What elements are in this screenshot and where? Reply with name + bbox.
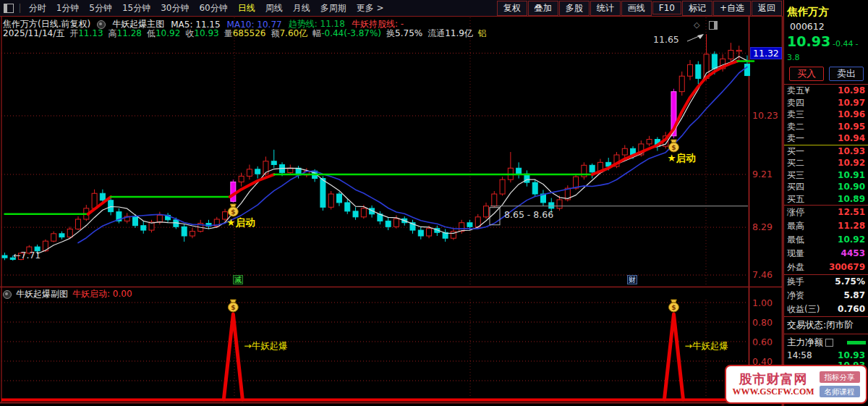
action-button-6[interactable]: 标记 [682, 1, 712, 16]
share-reduction-marker[interactable]: 减 [233, 275, 243, 284]
price-axis-label: 11.32 [750, 47, 782, 59]
split-view-icon[interactable] [709, 21, 718, 30]
buy-button[interactable]: 买入 [789, 67, 824, 81]
sell-button[interactable]: 卖出 [829, 67, 864, 81]
toolbar-separator: │ [17, 4, 22, 13]
period-tab-bar: 分时1分钟5分钟15分钟30分钟60分钟日线周线月线多周期更多 > [24, 2, 389, 14]
action-button-3[interactable]: 统计 [590, 1, 621, 16]
top-toolbar: │ 分时1分钟5分钟15分钟30分钟60分钟日线周线月线多周期更多 > 复权叠加… [0, 0, 783, 17]
last-price: 10.93 [787, 33, 830, 49]
flow-bar [847, 341, 866, 344]
svg-text:$: $ [231, 208, 235, 216]
stock-code: 000612 [790, 21, 825, 32]
stat-row: 外盘300679 [784, 261, 868, 274]
stats-section-2: 换手5.75%净资5.87收益(三)0.760 [784, 274, 868, 316]
main-net-flow-row[interactable]: 主力净额 [784, 334, 868, 350]
explosion-signal-label-2: →牛妖起爆 [684, 340, 728, 352]
period-tab-10[interactable]: 更多 > [352, 2, 389, 14]
quote-panel: 焦作万方000612 10.93-0.44-3.8 买入 卖出 卖五¥10.98… [783, 0, 868, 406]
stat-row: 换手5.75% [784, 275, 868, 289]
high-price-annotation: 11.65 [653, 34, 679, 45]
bid-level-row[interactable]: 买四10.90 [784, 181, 868, 193]
action-button-4[interactable]: 画线 [621, 1, 652, 16]
bid-level-row[interactable]: 买五10.89 [784, 193, 868, 206]
ohlc-info-line: 2025/11/14/五 开11.13 高11.28 低10.92 收10.93… [3, 28, 487, 40]
indicator-axis-label: 1.00 [752, 297, 773, 308]
stats-section-1: 涨停12.51最高11.28最低10.92现量4453外盘300679 [784, 205, 868, 274]
ask-level-row[interactable]: 卖五¥10.98 [784, 85, 868, 97]
period-tab-8[interactable]: 月线 [288, 2, 315, 14]
order-buttons: 买入 卖出 [784, 64, 868, 84]
stock-name-row: 焦作万方000612 [784, 0, 868, 33]
indicator-axis-label: 0.60 [752, 337, 773, 347]
period-tab-9[interactable]: 多周期 [315, 2, 352, 14]
bid-level-row[interactable]: 买三10.91 [784, 169, 868, 182]
financial-report-marker[interactable]: 财 [627, 275, 637, 284]
tick-row: 14:5810.93 [784, 350, 868, 360]
sub-chart-header: 牛妖起爆副图 牛妖启动: 0.00 [3, 288, 132, 300]
sub-chart-title: 牛妖起爆副图 [16, 288, 68, 300]
svg-text:$: $ [231, 304, 235, 311]
collapse-icon[interactable] [3, 290, 12, 299]
action-button-0[interactable]: 复权 [497, 1, 527, 16]
launch-signal-label-2: ★启动 [667, 152, 695, 165]
ask-level-row[interactable]: 卖一10.94 [784, 132, 868, 145]
price-axis-label: 9.21 [752, 169, 773, 179]
period-tab-6[interactable]: 日线 [233, 2, 260, 14]
watermark-badge-2: 名师课程 [820, 386, 860, 397]
date-value: 2025/11/14/五 [3, 28, 64, 40]
ask-level-row[interactable]: 卖二10.95 [784, 121, 868, 133]
toolbar-action-bar: 复权叠加多股统计画线F10标记+自选返回 [497, 0, 783, 16]
ask-level-row[interactable]: 卖四10.97 [784, 97, 868, 109]
period-tab-2[interactable]: 5分钟 [84, 2, 117, 14]
period-tab-5[interactable]: 60分钟 [194, 2, 232, 14]
diamond-icon[interactable]: ◇ [694, 20, 699, 30]
stat-row: 涨停12.51 [784, 206, 868, 219]
ask-levels: 卖五¥10.98卖四10.97卖三10.96卖二10.95卖一10.94 [784, 84, 868, 145]
price-row: 10.93-0.44-3.8 [784, 33, 868, 64]
low-price-annotation: ←7.71 [13, 250, 41, 261]
industry-tag: 铝 [478, 28, 487, 40]
sub-indicator-value: 牛妖启动: 0.00 [72, 288, 132, 300]
period-tab-4[interactable]: 30分钟 [156, 2, 194, 14]
explosion-signal-label-1: →牛妖起爆 [244, 340, 287, 352]
stat-row: 净资5.87 [784, 289, 868, 303]
period-tab-1[interactable]: 1分钟 [51, 2, 85, 14]
trading-app-window: $$$$ │ 分时1分钟5分钟15分钟30分钟60分钟日线周线月线多周期更多 >… [0, 0, 868, 406]
action-button-2[interactable]: 多股 [559, 1, 590, 16]
stat-row: 收益(三)0.760 [784, 303, 868, 316]
indicator-axis-label: 0.80 [752, 317, 773, 328]
watermark-title: 股市财富网 [732, 372, 814, 386]
flow-detail-icon[interactable] [825, 339, 833, 347]
stat-row: 最低10.92 [784, 233, 868, 247]
ask-level-row[interactable]: 卖三10.96 [784, 109, 868, 121]
period-tab-7[interactable]: 周线 [260, 2, 288, 14]
trade-status-row: 交易状态:闭市阶 [784, 316, 868, 334]
price-axis-label: 10.23 [752, 110, 778, 121]
watermark-url: WWW.GSCFW.COM [732, 386, 814, 397]
price-axis-label: 7.46 [752, 269, 773, 280]
period-tab-3[interactable]: 15分钟 [117, 2, 156, 14]
window-layout-icon[interactable] [4, 4, 14, 13]
launch-signal-label-1: ★启动 [226, 216, 255, 229]
stat-row: 最高11.28 [784, 219, 868, 233]
action-button-1[interactable]: 叠加 [528, 1, 558, 16]
bid-level-row[interactable]: 买二10.92 [784, 157, 868, 169]
action-button-7[interactable]: +自选 [713, 1, 751, 16]
stat-row: 现量4453 [784, 247, 868, 261]
watermark-badge-1: 指标分享 [820, 371, 860, 383]
action-button-8[interactable]: 返回 [752, 1, 782, 16]
bid-level-row[interactable]: 买一10.93 [784, 145, 868, 158]
watermark: 股市财富网 WWW.GSCFW.COM 指标分享 名师课程 [725, 365, 867, 404]
action-button-5[interactable]: F10 [652, 1, 681, 14]
stock-name: 焦作万方 [787, 6, 829, 17]
candlestick-chart[interactable]: $$$$ [0, 0, 868, 406]
svg-text:$: $ [671, 304, 676, 311]
price-axis-label: 8.29 [752, 221, 773, 232]
bid-levels: 买一10.93买二10.92买三10.91买四10.90买五10.89 [784, 145, 868, 206]
gap-range-annotation: 8.65 - 8.66 [504, 209, 553, 220]
period-tab-0[interactable]: 分时 [24, 2, 51, 14]
svg-text:$: $ [671, 144, 676, 151]
price-change: -0.44 [833, 39, 853, 48]
